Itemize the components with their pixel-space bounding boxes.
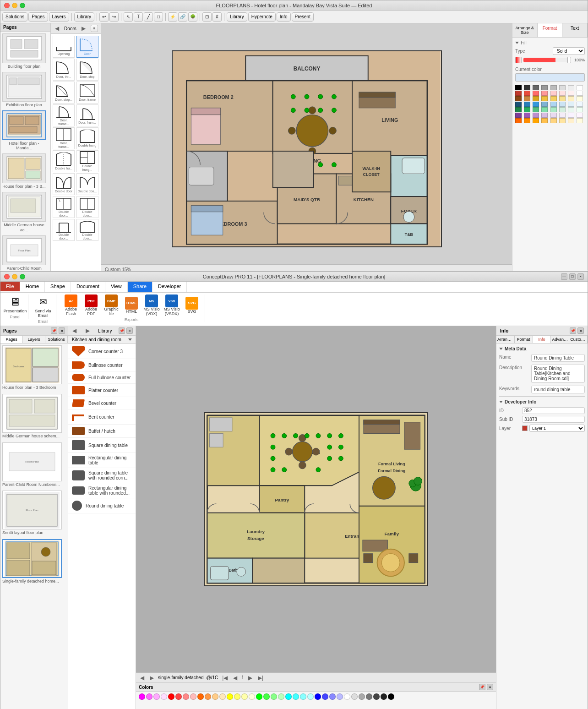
sub-id-value[interactable]: 31873 (522, 416, 585, 423)
shape-door-frame2[interactable]: Door, frame... (53, 104, 75, 126)
ribbon-presentation[interactable]: 🖥 Presentation (6, 295, 24, 314)
current-color-swatch[interactable] (515, 73, 585, 82)
color-swatch[interactable] (568, 85, 574, 90)
color-dot[interactable] (381, 693, 387, 700)
ribbon-ms-visio-vdx[interactable]: MS MS Visio(VDX) (142, 295, 161, 316)
lib-item-11[interactable]: Round dining table (68, 498, 136, 513)
color-swatch[interactable] (550, 85, 557, 90)
shape-door[interactable]: Door (76, 36, 98, 58)
ribbon-adobe-pdf[interactable]: PDF AdobePDF (82, 295, 100, 316)
color-dot[interactable] (168, 693, 174, 700)
ribbon-ms-visio-vsdx[interactable]: VSD MS Visio(VSDX) (163, 295, 181, 316)
color-dot[interactable] (197, 693, 204, 700)
lib-item-2[interactable]: Full bullnose counter (68, 371, 136, 384)
canvas-top[interactable]: BALCONY BEDROOM 2 DINING (101, 23, 512, 274)
color-swatch[interactable] (577, 102, 583, 107)
color-swatch[interactable] (524, 102, 530, 107)
ribbon-tab-document[interactable]: Document (71, 282, 105, 292)
color-dot[interactable] (293, 693, 299, 700)
color-swatch[interactable] (559, 102, 566, 107)
info-btn-top[interactable]: Info (277, 12, 291, 22)
color-swatch[interactable] (515, 113, 522, 118)
ribbon-adobe-flash[interactable]: Ac AdobeFlash (62, 295, 80, 316)
pages-pin[interactable]: 📌 (51, 327, 57, 334)
page-nav-next[interactable]: ▶ (148, 675, 155, 681)
panel-tab-solutions[interactable]: Solutions (45, 336, 68, 343)
color-dot[interactable] (359, 693, 365, 700)
win-btn-3[interactable]: × (577, 273, 584, 280)
color-swatch[interactable] (515, 118, 522, 123)
color-swatch[interactable] (550, 102, 557, 107)
color-swatch[interactable] (515, 85, 522, 90)
shape-door-frame4[interactable]: Door, frame... (53, 127, 75, 149)
info-close[interactable]: × (577, 327, 584, 334)
chain-button[interactable]: 🔗 (178, 12, 187, 22)
color-swatch[interactable] (533, 118, 539, 123)
color-dot[interactable] (183, 693, 189, 700)
color-swatch[interactable] (541, 102, 548, 107)
page-thumb-box-1[interactable] (2, 33, 46, 63)
close-button[interactable] (4, 3, 10, 8)
line-tool[interactable]: ╱ (144, 12, 153, 22)
shape-double-doo2[interactable]: Double doo... (76, 173, 98, 195)
color-dot[interactable] (175, 693, 182, 700)
color-swatch[interactable] (568, 107, 574, 112)
page-thumb-5[interactable]: Middle German house ac... (2, 192, 46, 233)
pointer-tool[interactable]: ↖ (124, 12, 133, 22)
page-thumb-3[interactable]: Hotel floor plan - Manda... (2, 110, 46, 151)
description-value[interactable]: Round Dining Table[Kitchen and Dining Ro… (531, 365, 585, 383)
color-dot[interactable] (388, 693, 394, 700)
shape-tool[interactable]: □ (154, 12, 163, 22)
win-btn-1[interactable]: — (561, 273, 567, 280)
color-dot[interactable] (153, 693, 160, 700)
ribbon-graphic[interactable]: BMP Graphicfile (102, 295, 120, 316)
color-swatch[interactable] (533, 102, 539, 107)
color-dot[interactable] (351, 693, 358, 700)
color-dot[interactable] (256, 693, 262, 700)
shape-double-door6[interactable]: Double door... (76, 219, 98, 241)
ribbon-html[interactable]: HTML HTML (122, 297, 141, 314)
lib-item-5[interactable]: Bent counter (68, 409, 136, 425)
color-dot[interactable] (300, 693, 306, 700)
color-swatch[interactable] (550, 118, 557, 123)
lib-next[interactable]: ▶ (84, 327, 91, 334)
opacity-slider[interactable] (523, 58, 569, 62)
shape-double-door[interactable]: Double door (53, 173, 75, 195)
bottom-minimize[interactable] (12, 274, 17, 279)
color-dot[interactable] (161, 693, 167, 700)
color-swatch[interactable] (524, 91, 530, 96)
color-dot[interactable] (249, 693, 255, 700)
bottom-close[interactable] (4, 274, 10, 279)
bottom-page-4[interactable]: Floor Plan Seritö layout floor plan (2, 491, 66, 535)
color-swatch[interactable] (541, 85, 548, 90)
color-swatch[interactable] (568, 91, 574, 96)
color-swatch[interactable] (559, 96, 566, 101)
page-thumb-box-6[interactable]: Floor Plan (2, 235, 46, 265)
color-swatch[interactable] (577, 113, 583, 118)
maximize-button[interactable] (20, 3, 25, 8)
page-thumb-box-4[interactable] (2, 153, 46, 183)
color-swatch[interactable] (515, 91, 522, 96)
color-swatch[interactable] (541, 118, 548, 123)
color-swatch[interactable] (533, 85, 539, 90)
shape-door-frame3[interactable]: Door, fram... (76, 104, 98, 126)
color-dot[interactable] (241, 693, 248, 700)
color-dot[interactable] (366, 693, 372, 700)
redo-button[interactable]: ↪ (109, 12, 119, 22)
color-swatch[interactable] (524, 96, 530, 101)
shapes-next[interactable]: ▶ (80, 25, 87, 32)
shapes-menu[interactable]: ≡ (91, 25, 98, 32)
shape-door-frame[interactable]: Door, frame (76, 82, 98, 104)
lib-close[interactable]: × (126, 327, 133, 334)
pages-button[interactable]: Pages (28, 12, 48, 22)
color-dot[interactable] (190, 693, 196, 700)
page-thumb-box-5[interactable] (2, 192, 46, 222)
lib-item-9[interactable]: Square dining table with rounded corn... (68, 468, 136, 483)
color-swatch[interactable] (515, 102, 522, 107)
lib-pin[interactable]: 📌 (119, 327, 125, 334)
color-dot[interactable] (373, 693, 380, 700)
page-prev[interactable]: ◀ (232, 675, 239, 681)
color-swatch[interactable] (524, 118, 530, 123)
color-swatch[interactable] (550, 91, 557, 96)
color-swatch[interactable] (568, 96, 574, 101)
